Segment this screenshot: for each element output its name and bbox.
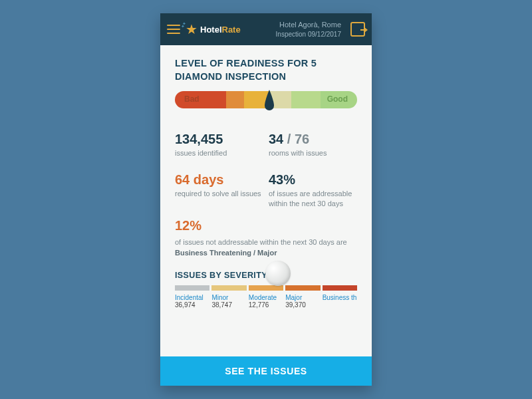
severity-item[interactable]: Major 39,370 [285,285,320,309]
stat-rooms-label: rooms with issues [269,148,357,158]
brand-text: HotelRate [200,25,241,35]
touch-indicator [265,261,291,286]
stat-not-addressable-value: 12% [175,215,357,235]
stat-days-value: 64 days [175,173,263,186]
star-icon: ★ [186,23,198,36]
exit-icon[interactable] [350,22,365,37]
main-content: LEVEL OF READINESS FOR 5 DIAMOND INSPECT… [160,45,372,356]
stat-rooms-value: 34 / 76 [269,132,357,146]
hotel-name: Hotel Agorà, Rome [276,20,341,29]
header-context: Hotel Agorà, Rome Inspection 09/12/2017 [276,20,341,38]
stats-grid: 134,455 issues identified 34 / 76 rooms … [175,132,357,209]
gauge-bad-label: Bad [184,94,200,104]
severity-item[interactable]: Moderate 12,776 [249,285,283,309]
app-screen: ★ HotelRate Hotel Agorà, Rome Inspection… [160,13,372,386]
see-issues-button[interactable]: SEE THE ISSUES [160,356,372,386]
menu-icon[interactable] [167,25,180,34]
severity-item[interactable]: Incidental 36,974 [175,285,209,309]
brand-logo: ★ HotelRate [186,23,241,36]
stat-not-addressable: 12% of issues not addressable within the… [175,215,357,259]
stat-addressable-value: 43% [269,173,357,186]
stat-addressable-label: of issues are addressable within the nex… [269,189,357,209]
stat-days: 64 days required to solve all issues [175,173,263,209]
readiness-gauge: Bad Good [175,91,357,119]
stat-issues-value: 134,455 [175,132,263,146]
stat-not-addressable-line: of issues not addressable within the nex… [175,238,347,246]
app-header: ★ HotelRate Hotel Agorà, Rome Inspection… [160,13,372,45]
gauge-good-label: Good [327,94,348,104]
stat-rooms: 34 / 76 rooms with issues [269,132,357,158]
severity-item[interactable]: Minor 38,747 [211,285,246,309]
severity-item[interactable]: Business threating [323,285,357,309]
severity-chart: Incidental 36,974 Minor 38,747 Moderate … [175,285,357,309]
stat-not-addressable-class: Business Threatening / Major [175,249,277,257]
page-title: LEVEL OF READINESS FOR 5 DIAMOND INSPECT… [175,57,357,83]
gauge-needle [263,90,275,114]
stat-days-label: required to solve all issues [175,189,263,199]
stat-addressable: 43% of issues are addressable within the… [269,173,357,209]
stat-issues-label: issues identified [175,148,263,158]
inspection-date: Inspection 09/12/2017 [276,30,341,39]
stat-issues: 134,455 issues identified [175,132,263,158]
